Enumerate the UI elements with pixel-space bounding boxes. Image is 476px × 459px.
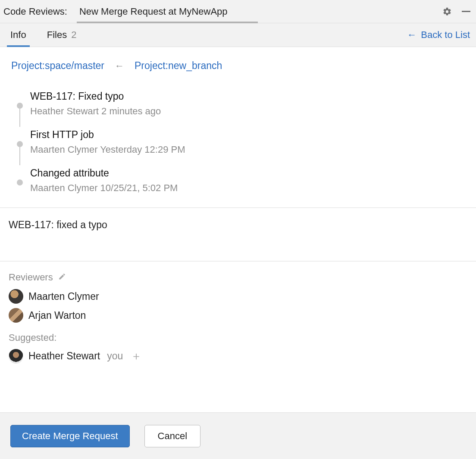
reviewers-section: Reviewers Maarten Clymer Arjan Warton Su… (0, 261, 476, 377)
avatar (9, 308, 23, 323)
plus-icon[interactable]: ＋ (131, 349, 142, 364)
commit-item[interactable]: First HTTP job Maarten Clymer Yesterday … (9, 123, 476, 161)
header-icons (442, 6, 472, 17)
reviewer-item[interactable]: Maarten Clymer (9, 289, 467, 304)
panel-title: New Merge Request at MyNewApp (77, 6, 230, 17)
suggested-heading: Suggested: (9, 332, 467, 343)
commit-item[interactable]: WEB-117: Fixed typo Heather Stewart 2 mi… (9, 85, 476, 123)
reviewers-heading: Reviewers (9, 272, 467, 283)
commit-meta: Maarten Clymer Yesterday 12:29 PM (30, 144, 185, 155)
create-merge-request-button[interactable]: Create Merge Request (10, 425, 130, 447)
arrow-left-icon: ← (115, 60, 124, 72)
tabs-row: Info Files 2 ← Back to List (0, 23, 476, 47)
timeline-dot-icon (17, 141, 23, 147)
branches-row: Project:space/master ← Project:new_branc… (0, 47, 476, 82)
reviewer-item[interactable]: Arjan Warton (9, 308, 467, 323)
avatar (9, 289, 23, 304)
commit-title: WEB-117: Fixed typo (30, 91, 161, 102)
tab-files[interactable]: Files 2 (45, 23, 78, 47)
target-branch-link[interactable]: Project:space/master (11, 60, 104, 72)
you-label: you (107, 350, 123, 362)
gear-icon[interactable] (442, 6, 453, 17)
reviewer-name: Arjan Warton (28, 310, 86, 321)
commit-meta: Maarten Clymer 10/25/21, 5:02 PM (30, 182, 178, 194)
merge-request-description: WEB-117: fixed a typo (0, 208, 476, 261)
timeline-dot-icon (17, 179, 23, 185)
panel-active-tab[interactable]: New Merge Request at MyNewApp (77, 0, 442, 23)
avatar (9, 349, 23, 364)
reviewer-name: Maarten Clymer (28, 291, 99, 302)
commit-meta: Heather Stewart 2 minutes ago (30, 106, 161, 117)
bottom-action-bar: Create Merge Request Cancel (0, 412, 476, 459)
tab-info[interactable]: Info (9, 23, 28, 47)
source-branch-link[interactable]: Project:new_branch (135, 60, 222, 72)
back-to-list-label: Back to List (421, 29, 470, 41)
commit-item[interactable]: Changed attribute Maarten Clymer 10/25/2… (9, 161, 476, 200)
commit-title: Changed attribute (30, 167, 178, 179)
suggested-reviewer-item: Heather Stewart you ＋ (9, 349, 467, 364)
tab-files-count: 2 (71, 29, 76, 41)
suggested-name: Heather Stewart (28, 350, 100, 362)
pencil-icon[interactable] (58, 272, 66, 283)
panel-header: Code Reviews: New Merge Request at MyNew… (0, 0, 476, 23)
panel-label: Code Reviews: (3, 6, 67, 17)
tab-files-label: Files (47, 29, 67, 41)
cancel-button[interactable]: Cancel (144, 425, 200, 447)
commit-title: First HTTP job (30, 129, 185, 141)
commits-timeline: WEB-117: Fixed typo Heather Stewart 2 mi… (0, 82, 476, 207)
arrow-left-icon: ← (407, 29, 416, 41)
minimize-icon[interactable] (460, 6, 472, 17)
back-to-list-link[interactable]: ← Back to List (407, 29, 470, 41)
tab-info-label: Info (10, 29, 26, 41)
timeline-dot-icon (17, 103, 23, 109)
